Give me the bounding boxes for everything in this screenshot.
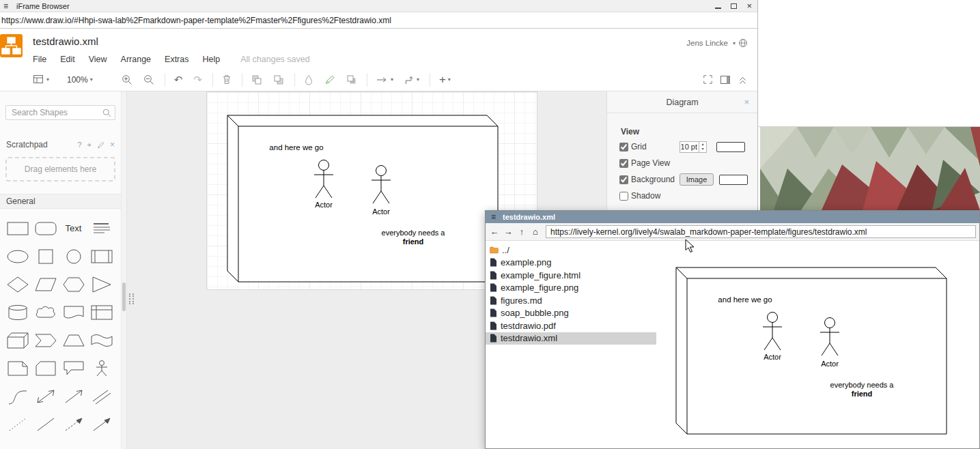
shape-curve[interactable] <box>3 382 31 410</box>
shape-process[interactable] <box>87 242 115 270</box>
shape-directional-arrow[interactable] <box>87 410 115 438</box>
hamburger-icon[interactable]: ≡ <box>3 1 8 11</box>
shape-note[interactable] <box>3 354 31 382</box>
file-row[interactable]: soap_bubble.png <box>486 307 656 320</box>
add-icon[interactable]: + <box>87 141 92 149</box>
grid-size-input[interactable]: 10 pt ▴▾ <box>680 141 707 153</box>
file-row[interactable]: figures.md <box>486 294 656 307</box>
file-row[interactable]: example.png <box>486 257 656 270</box>
zoom-out-button[interactable] <box>141 73 157 87</box>
shadow-button[interactable] <box>344 73 359 86</box>
shape-text[interactable]: Text <box>59 214 87 242</box>
fill-color-button[interactable] <box>301 73 316 87</box>
file-row[interactable]: example_figure.png <box>486 282 656 295</box>
search-input[interactable] <box>5 105 115 120</box>
redo-button[interactable]: ↷ <box>191 73 205 87</box>
shape-cube[interactable] <box>3 326 31 354</box>
window-titlebar[interactable]: ≡ iFrame Browser × <box>0 0 757 12</box>
zoom-level-dropdown[interactable]: 100% ▾ <box>64 74 96 86</box>
background-checkbox[interactable] <box>619 175 628 184</box>
shadow-checkbox[interactable] <box>619 192 628 201</box>
shape-parallelogram[interactable] <box>31 270 59 298</box>
shape-circle[interactable] <box>59 242 87 270</box>
grid-color-swatch[interactable] <box>716 142 745 152</box>
scratchpad-close-icon[interactable]: × <box>110 140 115 149</box>
address-input[interactable] <box>546 225 976 238</box>
url-bar[interactable]: https://www.draw.io/#Hhpi-swa-lab%2Fmark… <box>0 12 757 29</box>
zoom-in-button[interactable] <box>119 73 135 87</box>
shape-rectangle[interactable] <box>3 214 31 242</box>
shape-dashed-arrow[interactable] <box>59 410 87 438</box>
home-button[interactable]: ⌂ <box>529 225 542 239</box>
section-general[interactable]: General <box>0 194 121 209</box>
format-panel-toggle-icon[interactable] <box>720 75 731 85</box>
shape-line[interactable] <box>31 410 59 438</box>
waypoints-button[interactable]: ▾ <box>402 74 422 86</box>
scratchpad-droparea[interactable]: Drag elements here <box>5 157 115 182</box>
forward-button[interactable]: → <box>501 225 515 239</box>
to-front-button[interactable] <box>249 73 265 87</box>
shape-diamond[interactable] <box>3 270 31 298</box>
help-icon[interactable]: ? <box>77 141 81 149</box>
menu-help[interactable]: Help <box>203 55 221 64</box>
shape-cylinder[interactable] <box>3 298 31 326</box>
sidebar-scrollbar[interactable] <box>122 91 127 449</box>
shape-trapezoid[interactable] <box>59 326 87 354</box>
file-row-selected[interactable]: testdrawio.xml <box>486 332 656 345</box>
stepper-arrows-icon[interactable]: ▴▾ <box>699 142 706 152</box>
background-color-swatch[interactable] <box>719 175 748 185</box>
shape-internal-storage[interactable] <box>87 298 115 326</box>
image-button[interactable]: Image <box>680 173 714 186</box>
menu-view[interactable]: View <box>89 55 107 64</box>
menu-file[interactable]: File <box>33 55 46 64</box>
to-back-button[interactable] <box>270 73 287 87</box>
back-button[interactable]: ← <box>488 225 501 239</box>
connection-button[interactable]: ▾ <box>374 74 396 85</box>
shape-actor[interactable] <box>87 354 115 382</box>
file-row[interactable]: example_figure.html <box>486 269 656 282</box>
collapse-icon[interactable] <box>738 75 748 85</box>
shape-ellipse[interactable] <box>3 242 31 270</box>
grid-checkbox[interactable] <box>619 143 628 151</box>
file-row[interactable]: testdrawio.pdf <box>486 319 656 332</box>
line-color-button[interactable] <box>322 73 338 87</box>
edit-pencil-icon[interactable] <box>97 141 104 149</box>
shape-step[interactable] <box>31 326 59 354</box>
insert-button[interactable]: + ▾ <box>436 72 453 88</box>
page-view-checkbox[interactable] <box>619 159 628 168</box>
page-view-dropdown-button[interactable]: ▾ <box>30 73 52 86</box>
close-icon[interactable]: × <box>746 3 752 10</box>
shape-square[interactable] <box>31 242 59 270</box>
file-browser-titlebar[interactable]: ≡ testdrawio.xml <box>486 211 979 223</box>
diagram-drawing[interactable]: and here we go Actor <box>227 115 499 283</box>
shape-link[interactable] <box>87 382 115 410</box>
shape-dotted-line[interactable] <box>3 410 31 438</box>
shape-arrow[interactable] <box>59 382 87 410</box>
shape-document[interactable] <box>59 298 87 326</box>
shape-card[interactable] <box>31 354 59 382</box>
shape-bidirectional-arrow[interactable] <box>31 382 59 410</box>
sidebar-collapse-grip[interactable] <box>129 293 134 304</box>
shape-textbox[interactable] <box>87 214 115 242</box>
up-button[interactable]: ↑ <box>515 225 529 239</box>
undo-button[interactable]: ↶ <box>171 73 186 87</box>
shape-tape[interactable] <box>87 326 115 354</box>
menu-extras[interactable]: Extras <box>165 55 188 64</box>
maximize-icon[interactable] <box>731 3 737 9</box>
hamburger-icon[interactable]: ≡ <box>491 212 496 222</box>
file-row-parent[interactable]: ../ <box>486 244 656 257</box>
search-icon[interactable] <box>102 108 111 117</box>
menu-arrange[interactable]: Arrange <box>121 55 151 64</box>
panel-close-icon[interactable]: × <box>744 97 749 107</box>
shape-hexagon[interactable] <box>59 270 87 298</box>
delete-button[interactable] <box>219 73 234 86</box>
shape-callout[interactable] <box>59 354 87 382</box>
shape-rounded-rectangle[interactable] <box>31 214 59 242</box>
shape-cloud[interactable] <box>31 298 59 326</box>
tab-diagram[interactable]: Diagram <box>666 98 698 107</box>
fullscreen-icon[interactable] <box>703 74 713 85</box>
globe-icon[interactable] <box>738 38 748 48</box>
menu-edit[interactable]: Edit <box>60 55 75 64</box>
scrollbar-handle[interactable] <box>122 283 126 311</box>
user-menu[interactable]: Jens Lincke ▾ <box>686 38 748 48</box>
